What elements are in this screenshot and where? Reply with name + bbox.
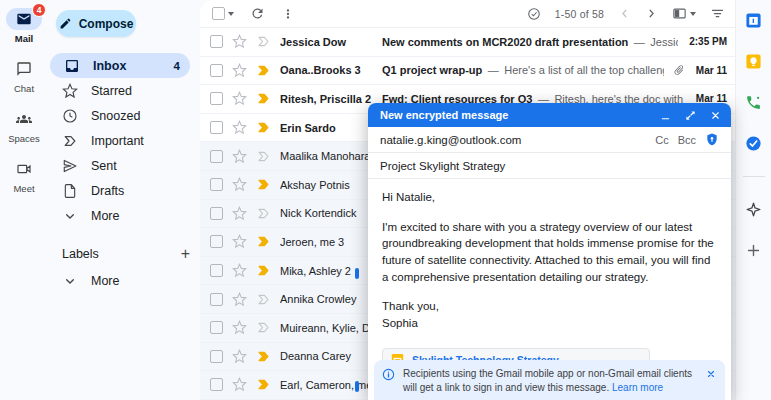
tasks-icon[interactable] — [745, 135, 762, 152]
email-row[interactable]: Jessica Dow New comments on MCR2020 draf… — [200, 28, 735, 57]
rail-label: Meet — [13, 183, 34, 194]
star-icon[interactable] — [232, 63, 247, 78]
sidebar-item-inbox[interactable]: Inbox 4 — [50, 53, 190, 78]
star-icon[interactable] — [232, 206, 247, 221]
star-icon[interactable] — [232, 377, 247, 392]
row-checkbox[interactable] — [210, 293, 223, 306]
subject-value: Project Skylight Strategy — [380, 160, 719, 172]
row-checkbox[interactable] — [210, 378, 223, 391]
row-checkbox[interactable] — [210, 64, 223, 77]
check-circle-icon[interactable] — [527, 7, 541, 21]
meet-icon — [16, 161, 32, 177]
sidebar-item-important[interactable]: Important — [48, 128, 190, 153]
star-icon[interactable] — [232, 34, 247, 49]
email-row[interactable]: Oana..Brooks 3 Q1 project wrap-up — Here… — [200, 57, 735, 86]
companion-rail — [735, 0, 771, 400]
minimize-icon[interactable] — [660, 110, 671, 121]
importance-marker-icon[interactable] — [256, 206, 271, 221]
importance-marker-icon[interactable] — [256, 177, 271, 192]
bcc-button[interactable]: Bcc — [678, 134, 696, 146]
email-subject: Q1 project wrap-up — Here's a list of al… — [382, 64, 664, 76]
importance-marker-icon[interactable] — [256, 149, 271, 164]
sidebar-item-sent[interactable]: Sent — [48, 153, 190, 178]
sidebar-item-snoozed[interactable]: Snoozed — [48, 103, 190, 128]
list-toolbar: 1-50 of 58 — [200, 0, 735, 28]
get-addons-plus-icon[interactable] — [745, 242, 762, 259]
star-icon[interactable] — [232, 177, 247, 192]
split-pane-toggle[interactable] — [672, 6, 696, 21]
star-icon[interactable] — [232, 349, 247, 364]
select-all-checkbox[interactable] — [212, 7, 234, 20]
rail-item-meet[interactable]: Meet — [6, 158, 42, 194]
importance-marker-icon[interactable] — [256, 349, 271, 364]
star-icon[interactable] — [232, 292, 247, 307]
importance-marker-icon[interactable] — [256, 34, 271, 49]
close-icon[interactable] — [710, 110, 721, 121]
keep-icon[interactable] — [745, 53, 762, 70]
row-checkbox[interactable] — [210, 35, 223, 48]
sidebar-item-drafts[interactable]: Drafts — [48, 178, 190, 203]
star-icon[interactable] — [232, 120, 247, 135]
encryption-shield-icon[interactable] — [705, 132, 719, 147]
row-checkbox[interactable] — [210, 207, 223, 220]
chevron-left-icon[interactable] — [618, 7, 631, 20]
pencil-icon — [59, 17, 72, 30]
row-checkbox[interactable] — [210, 121, 223, 134]
row-checkbox[interactable] — [210, 321, 223, 334]
star-icon[interactable] — [232, 263, 247, 278]
star-icon[interactable] — [232, 91, 247, 106]
email-sender: Mika, Ashley 2 — [280, 265, 373, 277]
subject-field[interactable]: Project Skylight Strategy — [368, 153, 731, 179]
compose-header[interactable]: New encrypted message — [368, 103, 731, 127]
send-icon — [62, 158, 78, 174]
rail-item-mail[interactable]: 4 Mail — [6, 8, 42, 44]
folder-sidebar: Compose Inbox 4 Starred Snoozed Importan… — [48, 0, 200, 400]
density-filter-icon[interactable] — [710, 6, 725, 21]
importance-marker-icon[interactable] — [256, 320, 271, 335]
rail-divider — [743, 176, 765, 177]
email-sender: Annika Crowley — [280, 293, 373, 305]
chevron-right-icon[interactable] — [645, 7, 658, 20]
add-label-button[interactable]: + — [181, 246, 190, 262]
row-checkbox[interactable] — [210, 350, 223, 363]
importance-marker-icon[interactable] — [256, 91, 271, 106]
row-checkbox[interactable] — [210, 264, 223, 277]
row-checkbox[interactable] — [210, 235, 223, 248]
body-thanks: Thank you, — [382, 298, 717, 315]
star-icon[interactable] — [232, 234, 247, 249]
sidebar-item-label: Starred — [91, 84, 180, 98]
compose-label: Compose — [79, 17, 134, 31]
learn-more-link[interactable]: Learn more — [612, 382, 663, 393]
row-checkbox[interactable] — [210, 150, 223, 163]
compose-button[interactable]: Compose — [56, 10, 136, 37]
body-signature: Sophia — [382, 315, 717, 332]
importance-marker-icon[interactable] — [256, 377, 271, 392]
labels-more[interactable]: More — [48, 268, 190, 293]
voice-call-icon[interactable] — [745, 94, 762, 111]
select-dropdown-icon[interactable] — [228, 12, 234, 16]
more-vert-icon[interactable] — [281, 7, 295, 21]
row-checkbox[interactable] — [210, 92, 223, 105]
hidden-blue-chip — [355, 268, 359, 279]
importance-marker-icon[interactable] — [256, 292, 271, 307]
importance-marker-icon[interactable] — [256, 263, 271, 278]
refresh-icon[interactable] — [250, 6, 265, 21]
sidebar-item-starred[interactable]: Starred — [48, 78, 190, 103]
rail-item-chat[interactable]: Chat — [6, 58, 42, 94]
banner-close-icon[interactable] — [706, 369, 716, 379]
importance-marker-icon[interactable] — [256, 63, 271, 78]
importance-marker-icon[interactable] — [256, 120, 271, 135]
labels-header: Labels + — [62, 246, 190, 262]
star-icon[interactable] — [232, 320, 247, 335]
chat-icon — [16, 61, 32, 77]
calendar-icon[interactable] — [745, 12, 762, 29]
cc-button[interactable]: Cc — [655, 134, 668, 146]
recipients-field[interactable]: natalie.g.king@outlook.com Cc Bcc — [368, 127, 731, 153]
star-icon[interactable] — [232, 149, 247, 164]
importance-marker-icon[interactable] — [256, 234, 271, 249]
open-in-full-icon[interactable] — [685, 110, 696, 121]
sidebar-item-more[interactable]: More — [48, 203, 190, 228]
row-checkbox[interactable] — [210, 178, 223, 191]
addons-icon[interactable] — [745, 201, 762, 218]
rail-item-spaces[interactable]: Spaces — [6, 108, 42, 144]
